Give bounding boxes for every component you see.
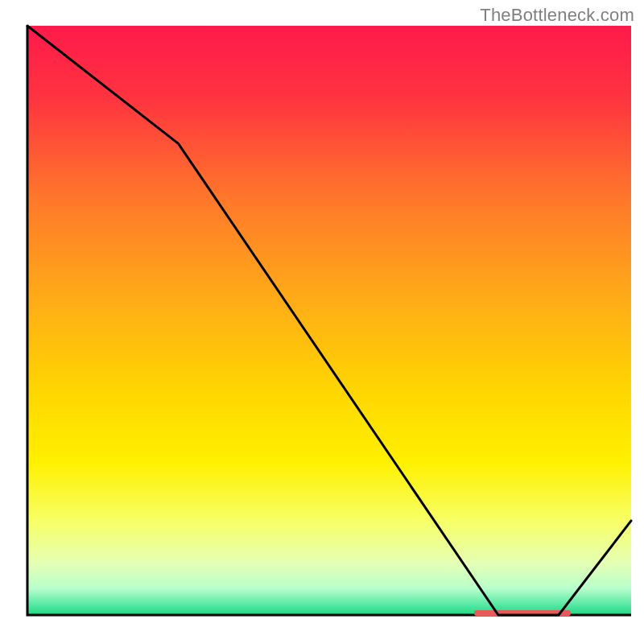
- plot-background: [27, 26, 631, 615]
- bottleneck-chart: [0, 0, 644, 644]
- watermark-label: TheBottleneck.com: [480, 5, 634, 26]
- chart-container: TheBottleneck.com: [0, 0, 644, 644]
